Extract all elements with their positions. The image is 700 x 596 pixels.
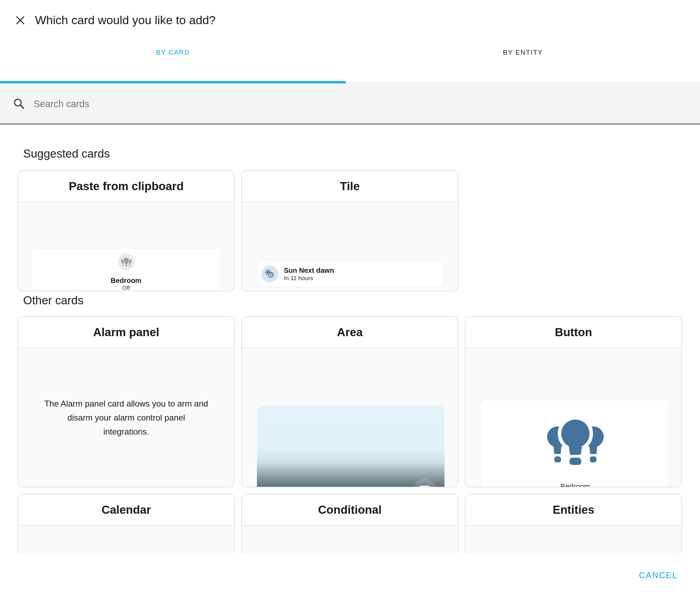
- card-header: Button: [465, 317, 681, 348]
- card-preview-area: Sun Next dawn In 11 hours: [242, 202, 458, 291]
- card-title: Button: [555, 326, 592, 339]
- tile-entity-state: In 11 hours: [284, 275, 313, 282]
- card-header: Tile: [242, 171, 458, 202]
- entity-name: Bedroom: [31, 276, 220, 285]
- tile-entity-name: Sun Next dawn: [284, 266, 334, 275]
- card-alarm-panel[interactable]: Alarm panel The Alarm panel card allows …: [18, 316, 235, 487]
- button-preview-card: Bedroom: [481, 400, 669, 487]
- tab-bar: BY CARD BY ENTITY: [0, 0, 700, 83]
- card-conditional[interactable]: Conditional: [241, 494, 458, 553]
- tile-preview-card: Sun Next dawn In 11 hours: [257, 260, 444, 287]
- toggle-off-icon: [414, 478, 436, 487]
- card-header: Paste from clipboard: [18, 171, 234, 202]
- other-cards-heading: Other cards: [23, 293, 83, 307]
- card-entities[interactable]: Entities: [465, 494, 682, 553]
- area-preview-card: Bathroom: [257, 406, 444, 487]
- card-area[interactable]: Area Bathroom: [241, 316, 458, 487]
- active-tab-indicator: [0, 81, 346, 83]
- card-title: Area: [337, 326, 363, 339]
- card-header: Area: [242, 317, 458, 348]
- button-entity-name: Bedroom: [482, 481, 669, 487]
- card-title: Paste from clipboard: [69, 180, 183, 193]
- area-name: Bathroom: [271, 486, 315, 487]
- suggested-cards-heading: Suggested cards: [23, 147, 110, 161]
- card-preview-area: [242, 526, 458, 553]
- tab-by-card[interactable]: BY CARD: [0, 46, 346, 60]
- add-card-dialog: Which card would you like to add? BY CAR…: [0, 0, 700, 596]
- card-preview-area: Bedroom Off: [18, 202, 234, 291]
- card-description: The Alarm panel card allows you to arm a…: [44, 397, 209, 439]
- card-tile[interactable]: Tile: [241, 170, 458, 291]
- card-header: Calendar: [18, 494, 234, 526]
- card-title: Entities: [553, 503, 594, 517]
- card-paste-from-clipboard[interactable]: Paste from clipboard: [18, 170, 235, 291]
- lightbulb-group-icon: [118, 254, 135, 270]
- card-header: Entities: [465, 494, 681, 526]
- search-bar[interactable]: [0, 84, 700, 125]
- card-title: Tile: [340, 180, 359, 193]
- sun-clock-icon: [261, 265, 278, 282]
- card-preview-area: [465, 526, 681, 553]
- card-description-area: The Alarm panel card allows you to arm a…: [18, 348, 234, 487]
- card-preview-area: Bedroom: [465, 348, 681, 487]
- card-button[interactable]: Button: [465, 316, 682, 487]
- entity-state: Off: [31, 285, 220, 291]
- card-title: Calendar: [102, 503, 151, 517]
- search-input[interactable]: [33, 95, 454, 113]
- card-title: Alarm panel: [93, 326, 159, 339]
- tab-by-entity[interactable]: BY ENTITY: [346, 46, 700, 60]
- card-header: Conditional: [242, 494, 458, 526]
- card-calendar[interactable]: Calendar: [18, 494, 235, 553]
- cancel-button[interactable]: CANCEL: [639, 570, 678, 580]
- card-title: Conditional: [318, 503, 382, 517]
- lightbulb-group-icon: [542, 411, 609, 470]
- search-icon: [13, 97, 25, 110]
- entity-preview-card: Bedroom Off: [31, 248, 221, 291]
- card-preview-area: [18, 526, 234, 553]
- card-header: Alarm panel: [18, 317, 234, 348]
- card-preview-area: Bathroom: [242, 348, 458, 487]
